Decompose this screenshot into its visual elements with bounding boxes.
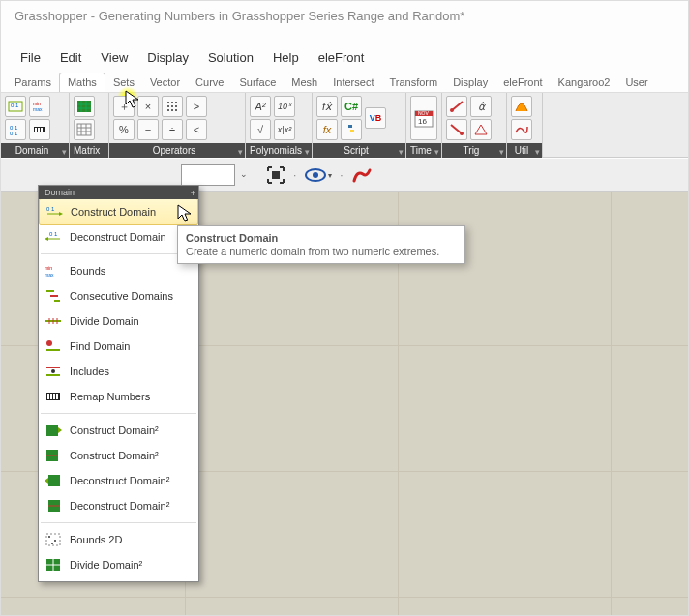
tab-transform[interactable]: Transform (381, 73, 445, 92)
subtract-icon[interactable]: − (137, 119, 159, 140)
bounds-icon[interactable]: minmax (29, 96, 50, 117)
menu-help[interactable]: Help (263, 46, 309, 69)
square-icon[interactable]: A² (250, 96, 271, 117)
svg-rect-9 (41, 128, 43, 132)
svg-point-26 (167, 109, 169, 111)
dd-bounds-2d[interactable]: Bounds 2D (39, 527, 198, 552)
svg-rect-66 (46, 425, 58, 436)
angle-icon[interactable]: α̂ (470, 96, 492, 117)
dd-construct-domain2-b[interactable]: Construct Domain² (39, 443, 198, 468)
power10-icon[interactable]: 10ˣ (274, 96, 295, 117)
add-icon[interactable]: ＋ (113, 96, 135, 117)
matrix-icon[interactable] (74, 96, 95, 117)
menu-file[interactable]: File (11, 46, 50, 69)
python-icon[interactable] (341, 119, 362, 140)
svg-rect-8 (38, 128, 40, 132)
calendar-icon[interactable]: NOV16 (410, 96, 437, 140)
tab-curve[interactable]: Curve (188, 73, 231, 92)
tab-surface[interactable]: Surface (231, 73, 284, 92)
svg-rect-65 (56, 394, 58, 399)
radians-icon[interactable] (446, 96, 467, 117)
modulus-icon[interactable]: % (113, 119, 135, 140)
svg-rect-38 (272, 171, 280, 179)
dd-label: Includes (70, 366, 109, 377)
ribbon-label-operators[interactable]: Operators▾ (109, 143, 245, 158)
svg-point-20 (167, 102, 169, 103)
menu-edit[interactable]: Edit (50, 46, 91, 69)
zoom-dropdown[interactable]: ⌄ (181, 164, 235, 186)
dd-label: Construct Domain² (70, 425, 159, 436)
average-icon[interactable] (511, 96, 532, 117)
dd-divide-domain[interactable]: Divide Domain (39, 308, 198, 334)
ribbon-label-script[interactable]: Script▾ (313, 143, 405, 158)
greater-icon[interactable]: > (186, 96, 207, 117)
dropdown-header: Domain+ (39, 186, 198, 199)
domain-component-icon[interactable]: 0 1 (5, 96, 26, 117)
tab-display[interactable]: Display (445, 73, 495, 92)
mass-add-icon[interactable] (162, 96, 183, 117)
multiply-icon[interactable]: × (137, 96, 159, 117)
ribbon-label-matrix[interactable]: Matrix (70, 143, 108, 158)
svg-point-34 (450, 108, 454, 112)
domain-dropdown: Domain+ 0 1 Construct Domain 0 1 Deconst… (38, 185, 199, 582)
dd-consecutive-domains[interactable]: Consecutive Domains (39, 283, 198, 308)
dd-bounds[interactable]: minmax Bounds (39, 258, 198, 283)
tab-mesh[interactable]: Mesh (284, 73, 325, 92)
menu-display[interactable]: Display (137, 46, 198, 69)
tab-vector[interactable]: Vector (142, 73, 188, 92)
svg-point-40 (313, 172, 318, 178)
ribbon-label-time[interactable]: Time▾ (406, 143, 441, 158)
menu-solution[interactable]: Solution (198, 46, 263, 69)
svg-marker-43 (59, 212, 63, 216)
dd-remap-numbers[interactable]: Remap Numbers (39, 384, 198, 409)
dd-label: Consecutive Domains (70, 290, 173, 302)
zoom-extents-icon[interactable] (266, 165, 285, 185)
ribbon-group-matrix: Matrix (70, 93, 109, 157)
sqrt-icon[interactable]: √ (250, 119, 271, 140)
tab-user[interactable]: User (617, 73, 655, 92)
dd-find-domain[interactable]: Find Domain (39, 334, 198, 359)
dd-deconstruct-domain2-b[interactable]: Deconstruct Domain² (39, 493, 198, 518)
degrees-icon[interactable] (446, 119, 467, 140)
component-tabbar: Params Maths Sets Vector Curve Surface M… (1, 71, 688, 93)
csharp-icon[interactable]: C# (341, 96, 362, 117)
less-icon[interactable]: < (186, 119, 207, 140)
cube-icon[interactable]: x|x² (274, 119, 295, 140)
svg-marker-67 (58, 427, 62, 433)
dd-construct-domain[interactable]: 0 1 Construct Domain (39, 198, 198, 225)
dd-divide-domain2[interactable]: Divide Domain² (39, 552, 198, 577)
triangle-icon[interactable] (470, 119, 492, 140)
ribbon-label-trig[interactable]: Trig▾ (442, 143, 506, 158)
tab-sets[interactable]: Sets (105, 73, 142, 92)
preview-eye-icon[interactable]: ▾ (304, 166, 332, 184)
ribbon-label-polynomials[interactable]: Polynomials▾ (246, 143, 312, 158)
interpolate-icon[interactable] (511, 119, 532, 140)
remap-icon[interactable] (29, 119, 50, 140)
division-icon[interactable]: ÷ (162, 119, 183, 140)
menu-elefront[interactable]: eleFront (309, 46, 374, 69)
tab-kangaroo2[interactable]: Kangaroo2 (551, 73, 618, 92)
domain2-component-icon[interactable]: 0 10 1 (5, 119, 26, 140)
expression-icon[interactable]: fх̂ (316, 96, 338, 117)
tab-maths[interactable]: Maths (59, 73, 105, 93)
dd-construct-domain2-a[interactable]: Construct Domain² (39, 418, 198, 443)
ribbon-label-domain[interactable]: Domain▾ (1, 143, 69, 158)
svg-text:max: max (45, 272, 54, 278)
tab-elefront[interactable]: eleFront (495, 73, 550, 92)
svg-text:16: 16 (418, 117, 427, 126)
tab-intersect[interactable]: Intersect (325, 73, 381, 92)
evaluate-icon[interactable]: fх (316, 119, 338, 140)
dd-deconstruct-domain2-a[interactable]: Deconstruct Domain² (39, 468, 198, 493)
dd-includes[interactable]: Includes (39, 359, 198, 384)
dd-label: Deconstruct Domain² (70, 475, 169, 486)
sketch-icon[interactable] (351, 166, 373, 184)
tab-params[interactable]: Params (7, 73, 59, 92)
menu-view[interactable]: View (91, 46, 137, 69)
vb-icon[interactable]: VB (365, 107, 386, 129)
svg-rect-74 (46, 534, 60, 545)
ribbon-label-util[interactable]: Util▾ (507, 143, 542, 158)
dd-deconstruct-domain[interactable]: 0 1 Deconstruct Domain (39, 224, 198, 249)
matrix2-icon[interactable] (74, 119, 95, 140)
svg-point-77 (51, 543, 53, 544)
dropdown-separator (41, 253, 196, 254)
